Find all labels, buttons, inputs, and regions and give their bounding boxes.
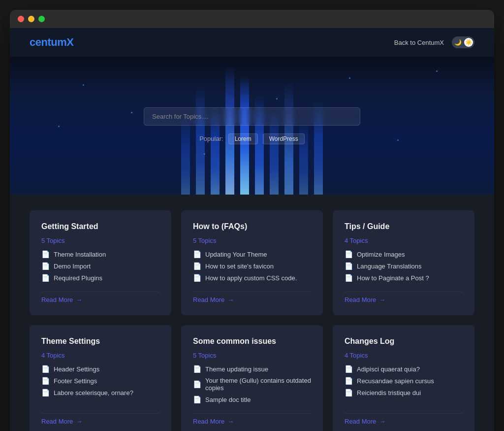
doc-icon: 📄 — [345, 262, 353, 270]
read-more-text: Read More — [193, 418, 224, 425]
traffic-light-yellow[interactable] — [28, 16, 34, 22]
header-right: Back to CentumX 🌙 ☀️ — [394, 36, 474, 48]
card-0-read-more[interactable]: Read More → — [41, 292, 159, 303]
card-2-title: Tips / Guide — [345, 222, 463, 231]
card-4-items: 📄Theme updating issue📄Your theme (Gullu)… — [193, 365, 311, 403]
card-5-item-0: 📄Adipisci quaerat quia? — [345, 365, 463, 373]
back-to-centumx-link[interactable]: Back to CentumX — [394, 39, 444, 46]
card-4-title: Some common issues — [193, 337, 311, 346]
card-5-title: Changes Log — [345, 337, 463, 346]
card-3-item-0: 📄Header Settings — [41, 365, 159, 373]
card-0-title: Getting Started — [41, 222, 159, 231]
card-5-item-2-text: Reiciendis tristique dui — [357, 389, 421, 397]
doc-icon: 📄 — [345, 250, 353, 258]
doc-icon: 📄 — [193, 396, 201, 403]
card-3-item-1: 📄Footer Settings — [41, 377, 159, 385]
arrow-icon: → — [227, 296, 234, 303]
card-4-item-0-text: Theme updating issue — [205, 365, 268, 373]
card-3: Theme Settings4 Topics📄Header Settings📄F… — [30, 325, 171, 431]
card-5-item-1-text: Recusandae sapien cursus — [357, 377, 434, 385]
card-4-item-1: 📄Your theme (Gullu) contains outdated co… — [193, 377, 311, 392]
card-0-item-1-text: Demo Import — [54, 263, 91, 270]
card-4-item-2: 📄Sample doc title — [193, 396, 311, 403]
card-1-item-2: 📄How to apply custom CSS code. — [193, 274, 311, 282]
card-5-items: 📄Adipisci quaerat quia?📄Recusandae sapie… — [345, 365, 463, 403]
doc-icon: 📄 — [41, 377, 50, 385]
card-2-topics: 4 Topics — [345, 237, 463, 244]
card-3-title: Theme Settings — [41, 337, 159, 346]
doc-icon: 📄 — [41, 262, 50, 270]
traffic-light-red[interactable] — [18, 16, 24, 22]
arrow-icon: → — [379, 418, 385, 425]
doc-icon: 📄 — [41, 389, 50, 397]
arrow-icon: → — [76, 296, 82, 303]
doc-icon: 📄 — [193, 274, 201, 282]
doc-icon: 📄 — [41, 365, 50, 373]
card-3-item-0-text: Header Settings — [54, 365, 99, 373]
card-0: Getting Started5 Topics📄Theme Installati… — [30, 210, 171, 315]
read-more-text: Read More — [41, 296, 73, 303]
hero-section: Popular: Lorem WordPress — [10, 57, 494, 195]
card-4-item-1-text: Your theme (Gullu) contains outdated cop… — [205, 377, 311, 392]
card-3-item-2-text: Labore scelerisque, ornare? — [54, 389, 133, 397]
doc-icon: 📄 — [193, 380, 201, 388]
tag-lorem[interactable]: Lorem — [228, 133, 258, 144]
arrow-icon: → — [227, 418, 234, 425]
card-0-items: 📄Theme Installation📄Demo Import📄Required… — [41, 250, 159, 282]
card-0-item-1: 📄Demo Import — [41, 262, 159, 270]
card-2-items: 📄Optimize Images📄Language Translations📄H… — [345, 250, 463, 282]
card-0-topics: 5 Topics — [41, 237, 159, 244]
card-2-read-more[interactable]: Read More → — [345, 292, 463, 303]
card-2-item-1-text: Language Translations — [357, 263, 422, 270]
read-more-text: Read More — [193, 296, 224, 303]
tag-wordpress[interactable]: WordPress — [263, 133, 305, 144]
card-3-items: 📄Header Settings📄Footer Settings📄Labore … — [41, 365, 159, 403]
card-5-item-0-text: Adipisci quaerat quia? — [357, 365, 420, 373]
search-input[interactable] — [144, 107, 360, 126]
card-4-item-0: 📄Theme updating issue — [193, 365, 311, 373]
moon-icon: 🌙 — [454, 39, 462, 46]
doc-icon: 📄 — [193, 262, 201, 270]
theme-toggle[interactable]: 🌙 ☀️ — [452, 36, 474, 48]
card-2-item-0-text: Optimize Images — [357, 251, 405, 258]
traffic-light-green[interactable] — [38, 16, 45, 22]
card-1-item-2-text: How to apply custom CSS code. — [205, 274, 297, 282]
browser-window: centumX Back to CentumX 🌙 ☀️ — [10, 10, 494, 431]
card-4-read-more[interactable]: Read More → — [193, 413, 311, 425]
card-3-item-2: 📄Labore scelerisque, ornare? — [41, 389, 159, 397]
card-5-item-2: 📄Reiciendis tristique dui — [345, 389, 463, 397]
doc-icon: 📄 — [345, 377, 353, 385]
card-2-item-1: 📄Language Translations — [345, 262, 463, 270]
card-3-read-more[interactable]: Read More → — [41, 413, 159, 425]
doc-icon: 📄 — [345, 389, 353, 397]
site-header: centumX Back to CentumX 🌙 ☀️ — [10, 28, 494, 57]
card-4-item-2-text: Sample doc title — [205, 396, 251, 403]
browser-chrome — [10, 10, 494, 28]
doc-icon: 📄 — [345, 365, 353, 373]
card-4-topics: 5 Topics — [193, 352, 311, 359]
card-0-item-0-text: Theme Installation — [54, 251, 106, 258]
arrow-icon: → — [76, 418, 82, 425]
card-5-read-more[interactable]: Read More → — [345, 413, 463, 425]
card-2-item-2: 📄How to Paginate a Post ? — [345, 274, 463, 282]
sun-icon: ☀️ — [464, 38, 473, 47]
logo: centumX — [30, 36, 73, 49]
doc-icon: 📄 — [41, 250, 50, 258]
card-1-item-0: 📄Updating Your Theme — [193, 250, 311, 258]
doc-icon: 📄 — [345, 274, 353, 282]
arrow-icon: → — [379, 296, 385, 303]
doc-icon: 📄 — [193, 250, 201, 258]
card-0-item-0: 📄Theme Installation — [41, 250, 159, 258]
card-2-item-0: 📄Optimize Images — [345, 250, 463, 258]
card-3-topics: 4 Topics — [41, 352, 159, 359]
card-1-topics: 5 Topics — [193, 237, 311, 244]
card-5: Changes Log4 Topics📄Adipisci quaerat qui… — [333, 325, 474, 431]
card-1-read-more[interactable]: Read More → — [193, 292, 311, 303]
doc-icon: 📄 — [193, 365, 201, 373]
card-3-item-1-text: Footer Settings — [54, 377, 97, 385]
popular-label: Popular: — [199, 135, 223, 142]
read-more-text: Read More — [345, 418, 376, 425]
popular-tags: Popular: Lorem WordPress — [199, 133, 305, 144]
card-1-item-0-text: Updating Your Theme — [205, 251, 267, 258]
doc-icon: 📄 — [41, 274, 50, 282]
